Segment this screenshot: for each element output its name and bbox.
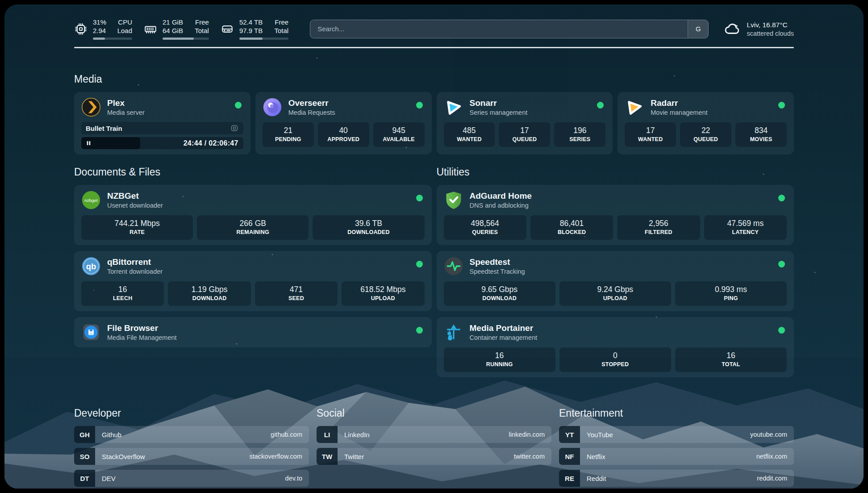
memory-free-value: 21 GiB xyxy=(163,18,183,26)
stat-movies: 834MOVIES xyxy=(735,122,787,147)
radarr-card[interactable]: Radarr Movie management 17WANTED 22QUEUE… xyxy=(618,92,794,155)
stat-queued: 22QUEUED xyxy=(680,122,731,147)
bookmark-name: Github xyxy=(102,431,121,439)
stat-wanted: 17WANTED xyxy=(625,122,676,147)
stat-wanted: 485WANTED xyxy=(444,122,495,147)
bookmark-netflix[interactable]: NF Netflixnetflix.com xyxy=(559,448,794,465)
overseerr-icon xyxy=(263,97,282,117)
search-engine-button[interactable]: G xyxy=(688,20,708,38)
speedtest-icon xyxy=(444,256,463,276)
status-dot xyxy=(778,102,785,109)
bookmark-name: DEV xyxy=(102,475,116,482)
cpu-label: CPU xyxy=(118,18,132,26)
status-dot xyxy=(778,195,785,201)
dashboard: 31% 2.94 CPU Load xyxy=(4,4,864,489)
pause-icon xyxy=(86,140,92,146)
stat-available: 945AVAILABLE xyxy=(373,122,425,147)
service-description: Speedtest Tracking xyxy=(470,267,525,276)
status-dot xyxy=(416,102,423,109)
service-description: Usenet downloader xyxy=(107,201,163,210)
adguard-card[interactable]: AdGuard Home DNS and adblocking 498,564Q… xyxy=(437,185,794,245)
bookmark-url: stackoverflow.com xyxy=(250,453,302,460)
stat-ping: 0.993 msPING xyxy=(675,281,787,306)
disk-icon xyxy=(221,22,234,36)
stat-stopped: 0STOPPED xyxy=(559,347,671,372)
disk-stat-widget: 52.4 TB 97.9 TB Free Total xyxy=(221,18,288,40)
status-dot xyxy=(778,327,785,334)
stat-leech: 16LEECH xyxy=(81,281,164,306)
service-description: Media File Management xyxy=(107,334,177,342)
plex-card[interactable]: Plex Media server Bullet Train xyxy=(74,92,250,155)
bookmark-stackoverflow[interactable]: SO StackOverflowstackoverflow.com xyxy=(74,448,309,465)
stat-series: 196SERIES xyxy=(554,122,605,147)
bookmark-reddit[interactable]: RE Redditreddit.com xyxy=(559,470,794,487)
nzbget-card[interactable]: nzbget NZBGet Usenet downloader 744.21 M… xyxy=(74,185,432,245)
disk-free-value: 52.4 TB xyxy=(239,18,263,26)
entertainment-bookmark-group: Entertainment YT YouTubeyoutube.com NF N… xyxy=(559,407,794,489)
cpu-progress-bar xyxy=(93,38,132,40)
status-dot xyxy=(778,261,785,267)
bookmark-url: twitter.com xyxy=(514,453,545,460)
bookmark-abbr: DT xyxy=(74,470,95,487)
bookmark-name: LinkedIn xyxy=(344,431,370,439)
adguard-icon xyxy=(444,190,463,210)
stat-upload: 618.52 MbpsUPLOAD xyxy=(342,281,424,306)
svg-text:qb: qb xyxy=(86,262,96,271)
speedtest-card[interactable]: Speedtest Speedtest Tracking 9.65 GbpsDO… xyxy=(437,251,794,311)
qbittorrent-card[interactable]: qb qBittorrent Torrent downloader 16LEEC… xyxy=(74,251,432,311)
bookmark-github[interactable]: GH Githubgithub.com xyxy=(74,426,309,443)
stat-rate: 744.21 MbpsRATE xyxy=(81,215,193,240)
service-name: Plex xyxy=(107,98,145,108)
sonarr-icon xyxy=(444,97,463,117)
nzbget-icon: nzbget xyxy=(81,190,101,210)
service-name: Speedtest xyxy=(470,257,525,267)
filebrowser-card[interactable]: File Browser Media File Management xyxy=(74,317,432,347)
service-name: File Browser xyxy=(107,323,177,333)
portainer-card[interactable]: Media Portainer Container management 16R… xyxy=(437,317,794,377)
bookmark-abbr: NF xyxy=(559,448,580,465)
stat-download: 9.65 GbpsDOWNLOAD xyxy=(444,281,555,306)
sonarr-card[interactable]: Sonarr Series management 485WANTED 17QUE… xyxy=(437,92,613,155)
stat-blocked: 86,401BLOCKED xyxy=(530,215,613,240)
bookmark-twitter[interactable]: TW Twittertwitter.com xyxy=(317,448,551,465)
disk-progress-bar xyxy=(239,38,288,40)
developer-section-title: Developer xyxy=(74,407,309,419)
memory-free-label: Free xyxy=(195,18,209,26)
weather-widget[interactable]: Lviv, 16.87°C scattered clouds xyxy=(724,21,794,38)
stat-seed: 471SEED xyxy=(255,281,338,306)
memory-total-value: 64 GiB xyxy=(163,26,183,35)
service-description: Movie management xyxy=(651,109,707,117)
player-bar[interactable]: 24:44 / 02:06:47 xyxy=(81,137,243,149)
stat-approved: 40APPROVED xyxy=(318,122,369,147)
weather-location: Lviv, 16.87°C xyxy=(747,21,794,29)
service-description: Media Requests xyxy=(288,109,335,117)
stat-remaining: 266 GBREMAINING xyxy=(197,215,309,240)
service-name: Sonarr xyxy=(470,98,528,108)
bookmark-linkedin[interactable]: LI LinkedInlinkedin.com xyxy=(317,426,551,443)
pause-button[interactable] xyxy=(81,137,140,149)
cpu-usage-value: 31% xyxy=(93,18,106,26)
bookmark-name: Twitter xyxy=(344,453,364,460)
status-dot xyxy=(235,102,242,109)
bookmark-name: StackOverflow xyxy=(102,453,145,460)
bookmark-url: reddit.com xyxy=(757,475,787,482)
bookmark-youtube[interactable]: YT YouTubeyoutube.com xyxy=(559,426,794,443)
load-label: Load xyxy=(117,26,132,35)
service-name: AdGuard Home xyxy=(470,191,532,201)
search-input[interactable] xyxy=(310,20,688,38)
stat-queued: 17QUEUED xyxy=(499,122,550,147)
stat-running: 16RUNNING xyxy=(444,347,555,372)
bookmark-abbr: TW xyxy=(317,448,338,465)
bookmark-dev[interactable]: DT DEVdev.to xyxy=(74,470,309,487)
top-bar: 31% 2.94 CPU Load xyxy=(74,4,794,40)
bookmark-abbr: LI xyxy=(317,426,338,443)
overseerr-card[interactable]: Overseerr Media Requests 21PENDING 40APP… xyxy=(255,92,432,155)
documents-section-title: Documents & Files xyxy=(74,166,432,178)
bookmark-url: youtube.com xyxy=(750,431,787,438)
service-description: DNS and adblocking xyxy=(470,201,532,210)
disk-total-value: 97.9 TB xyxy=(239,26,263,35)
stat-queries: 498,564QUERIES xyxy=(444,215,526,240)
playback-time: 24:44 / 02:06:47 xyxy=(184,139,243,147)
service-description: Container management xyxy=(470,334,538,342)
service-name: Overseerr xyxy=(288,98,335,108)
